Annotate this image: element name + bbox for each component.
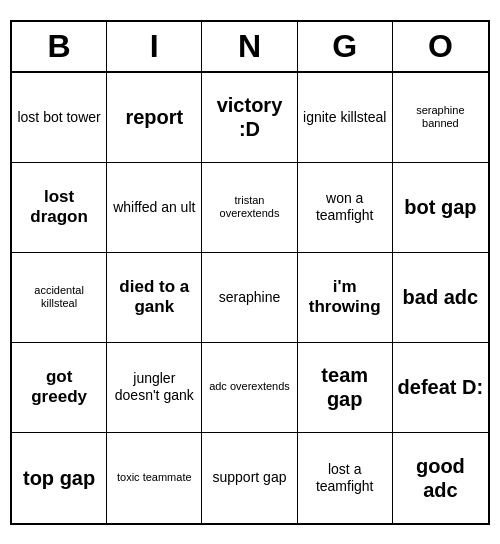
bingo-cell[interactable]: defeat D: bbox=[393, 343, 488, 433]
cell-label: victory :D bbox=[206, 93, 292, 141]
cell-label: seraphine bbox=[219, 289, 281, 306]
bingo-cell[interactable]: accidental killsteal bbox=[12, 253, 107, 343]
bingo-cell[interactable]: top gap bbox=[12, 433, 107, 523]
cell-label: seraphine banned bbox=[397, 104, 484, 130]
bingo-cell[interactable]: victory :D bbox=[202, 73, 297, 163]
cell-label: jungler doesn't gank bbox=[111, 370, 197, 404]
cell-label: toxic teammate bbox=[117, 471, 192, 484]
cell-label: report bbox=[125, 105, 183, 129]
cell-label: died to a gank bbox=[111, 277, 197, 318]
bingo-cell[interactable]: whiffed an ult bbox=[107, 163, 202, 253]
bingo-card: BINGO lost bot towerreportvictory :Digni… bbox=[10, 20, 490, 525]
bingo-cell[interactable]: died to a gank bbox=[107, 253, 202, 343]
bingo-cell[interactable]: toxic teammate bbox=[107, 433, 202, 523]
bingo-header: BINGO bbox=[12, 22, 488, 73]
cell-label: defeat D: bbox=[398, 375, 484, 399]
cell-label: lost bot tower bbox=[17, 109, 100, 126]
cell-label: i'm throwing bbox=[302, 277, 388, 318]
cell-label: tristan overextends bbox=[206, 194, 292, 220]
cell-label: ignite killsteal bbox=[303, 109, 386, 126]
bingo-cell[interactable]: support gap bbox=[202, 433, 297, 523]
bingo-cell[interactable]: got greedy bbox=[12, 343, 107, 433]
bingo-cell[interactable]: lost a teamfight bbox=[298, 433, 393, 523]
cell-label: support gap bbox=[213, 469, 287, 486]
cell-label: bot gap bbox=[404, 195, 476, 219]
cell-label: lost a teamfight bbox=[302, 461, 388, 495]
bingo-cell[interactable]: jungler doesn't gank bbox=[107, 343, 202, 433]
bingo-cell[interactable]: i'm throwing bbox=[298, 253, 393, 343]
bingo-cell[interactable]: report bbox=[107, 73, 202, 163]
bingo-cell[interactable]: team gap bbox=[298, 343, 393, 433]
bingo-cell[interactable]: seraphine bbox=[202, 253, 297, 343]
header-letter: I bbox=[107, 22, 202, 71]
cell-label: bad adc bbox=[403, 285, 479, 309]
header-letter: B bbox=[12, 22, 107, 71]
cell-label: team gap bbox=[302, 363, 388, 411]
cell-label: top gap bbox=[23, 466, 95, 490]
bingo-grid: lost bot towerreportvictory :Dignite kil… bbox=[12, 73, 488, 523]
bingo-cell[interactable]: bot gap bbox=[393, 163, 488, 253]
bingo-cell[interactable]: ignite killsteal bbox=[298, 73, 393, 163]
bingo-cell[interactable]: lost bot tower bbox=[12, 73, 107, 163]
header-letter: O bbox=[393, 22, 488, 71]
cell-label: lost dragon bbox=[16, 187, 102, 228]
cell-label: got greedy bbox=[16, 367, 102, 408]
bingo-cell[interactable]: won a teamfight bbox=[298, 163, 393, 253]
cell-label: accidental killsteal bbox=[16, 284, 102, 310]
cell-label: won a teamfight bbox=[302, 190, 388, 224]
cell-label: adc overextends bbox=[209, 380, 290, 393]
bingo-cell[interactable]: adc overextends bbox=[202, 343, 297, 433]
cell-label: whiffed an ult bbox=[113, 199, 195, 216]
header-letter: G bbox=[298, 22, 393, 71]
bingo-cell[interactable]: lost dragon bbox=[12, 163, 107, 253]
bingo-cell[interactable]: bad adc bbox=[393, 253, 488, 343]
bingo-cell[interactable]: tristan overextends bbox=[202, 163, 297, 253]
bingo-cell[interactable]: good adc bbox=[393, 433, 488, 523]
bingo-cell[interactable]: seraphine banned bbox=[393, 73, 488, 163]
header-letter: N bbox=[202, 22, 297, 71]
cell-label: good adc bbox=[397, 454, 484, 502]
